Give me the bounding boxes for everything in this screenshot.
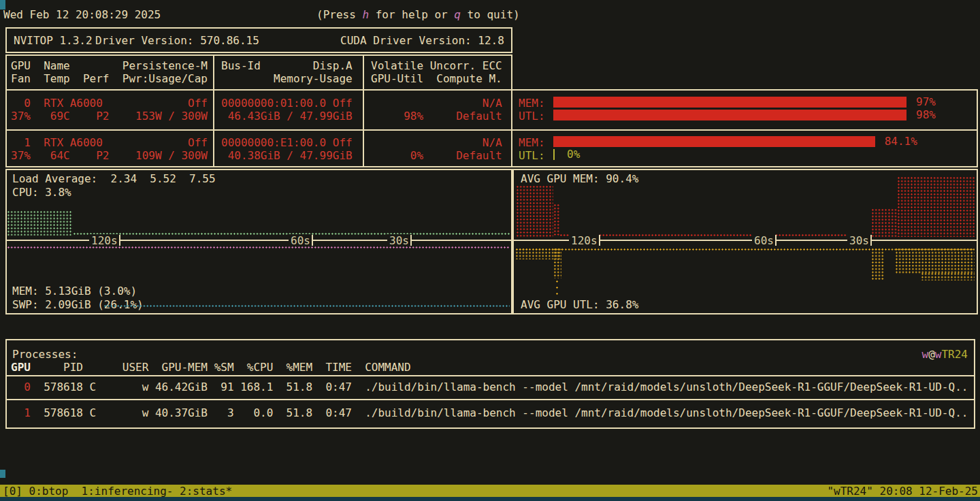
tmux-window-list[interactable]: [0] 0:btop 1:inferencing- 2:stats* [3, 485, 232, 498]
datetime: Wed Feb 12 20:08:29 2025 [3, 8, 161, 21]
processes-header-divider [5, 375, 975, 376]
gpu-axis-120s: 120s [569, 234, 600, 247]
help-key-q: q [454, 8, 461, 21]
gpu1-mem-bar: 84.1% [553, 136, 936, 147]
gpu1-fan-temp-pwr: 37% 64C P2 109W / 300W [11, 149, 208, 162]
gpu-axis-tick-30s [870, 235, 872, 246]
avg-gpu-utl: AVG GPU UTL: 36.8% [521, 298, 638, 311]
gpu0-mem-bar-fill [553, 97, 906, 108]
cuda-version: CUDA Driver Version: 12.8 [340, 34, 504, 47]
avg-gpu-mem: AVG GPU MEM: 90.4% [521, 172, 638, 185]
process-row-gpu0[interactable]: 0 578618 C w 46.42GiB 91 168.1 51.8 0:47… [11, 381, 968, 393]
gpu0-busid: 00000000:01:00.0 Off [221, 97, 353, 110]
gpu0-util-compute: 98% Default [371, 110, 502, 123]
gpu0-mem-bar: 97% [553, 97, 936, 108]
gpu1-ecc: N/A [371, 136, 502, 149]
th-busid-dispa: Bus-Id Disp.A [221, 59, 353, 72]
gpu-axis-30s: 30s [847, 234, 871, 247]
gpu0-utl-bar: 98% [553, 110, 936, 120]
driver-version: Driver Version: 570.86.15 [95, 34, 259, 47]
gpu0-mem-bar-pct: 97% [916, 97, 936, 108]
processes-header-gpu: GPU [11, 361, 31, 374]
bars-right-border [977, 89, 978, 167]
gpu0-fan-temp-pwr: 37% 69C P2 153W / 300W [11, 110, 208, 123]
th-gpuutil-compute: GPU-Util Compute M. [371, 72, 502, 85]
gpu1-utl-bar-pct: 0% [567, 149, 580, 160]
gpu1-util-compute: 0% Default [371, 149, 502, 162]
gpu1-busid: 00000000:E1:00.0 Off [221, 136, 353, 149]
processes-title: Processes: [12, 348, 78, 361]
process-row-text: 578618 C w 40.37GiB 3 0.0 51.8 0:47 ./bu… [31, 406, 968, 419]
th-name-persistence: GPU Name Persistence-M [11, 59, 208, 72]
gpu-table-col-divider-2 [363, 54, 364, 167]
processes-row-divider [5, 399, 975, 400]
bars-mid-border [512, 129, 978, 131]
gpu0-utl-bar-label: UTL: [519, 110, 545, 123]
gpu0-memory-usage: 46.43GiB / 47.99GiB [221, 110, 353, 123]
gpu1-mem-bar-pct: 84.1% [885, 136, 917, 147]
gpu1-utl-bar: 0% [553, 149, 936, 160]
process-row-gpu1[interactable]: 1 578618 C w 40.37GiB 3 0.0 51.8 0:47 ./… [11, 406, 968, 419]
host-axis-tick-60s [312, 235, 313, 246]
gpu0-utl-bar-pct: 98% [916, 110, 936, 120]
gpu-table-header-divider [5, 89, 512, 91]
gpu-utl-graph-spike-tail [555, 278, 559, 297]
gpu1-memory-usage: 40.38GiB / 47.99GiB [221, 149, 353, 162]
gpu0-mem-bar-label: MEM: [519, 97, 545, 110]
gpu-mem-graph-left-step [553, 204, 559, 237]
th-memory-usage: Memory-Usage [221, 72, 353, 85]
gpu0-ecc: N/A [371, 97, 502, 110]
gpu-utl-graph-spike [553, 248, 561, 278]
help-key-h: h [362, 8, 369, 21]
gpu-utl-graph-right-hang-a [871, 248, 885, 280]
scroll-indicator-bottom [0, 470, 5, 478]
gpu-mem-graph-right-block [897, 176, 975, 237]
gpu-utl-graph-right-hang-deep [921, 272, 975, 280]
host-axis-tick-120s [119, 235, 120, 246]
gpu-mem-graph-baseline [559, 233, 871, 237]
th-ecc: Volatile Uncorr. ECC [371, 59, 502, 72]
host-name: TR24 [941, 348, 968, 361]
host-axis-tick-30s [410, 235, 412, 246]
gpu-mem-graph-left-block [516, 185, 553, 237]
process-row-text: 578618 C w 46.42GiB 91 168.1 51.8 0:47 .… [31, 381, 968, 393]
cpu-graph-peak [7, 210, 73, 236]
help-suffix: to quit) [461, 8, 520, 21]
gpu0-name-persistence: 0 RTX A6000 Off [11, 97, 208, 110]
processes-header-rest: PID USER GPU-MEM %SM %CPU %MEM TIME COMM… [31, 361, 411, 374]
th-fan-temp-pwr: Fan Temp Perf Pwr:Usage/Cap [11, 72, 208, 85]
gpu1-mem-bar-label: MEM: [519, 136, 545, 149]
gpu-axis-tick-60s [775, 235, 777, 246]
gpu-table-row-divider [5, 129, 512, 131]
cpu-percent: CPU: 3.8% [12, 186, 71, 199]
help-prefix: (Press [316, 8, 362, 21]
gpu1-mem-bar-fill [553, 136, 875, 147]
help-hint: (Press h for help or q to quit) [316, 8, 520, 21]
user-name: w [922, 348, 929, 361]
at-sign: @ [928, 348, 935, 361]
gpu0-utl-bar-fill [553, 110, 906, 120]
gpu-table-col-divider-1 [213, 54, 214, 167]
gpu-utl-graph-right-hang-b [895, 248, 975, 274]
gpu-mem-graph-right-step [871, 208, 897, 237]
gpu1-utl-bar-zero-tick [553, 149, 555, 160]
gpu1-name-persistence: 1 RTX A6000 Off [11, 136, 208, 149]
tmux-right-status: "wTR24" 20:08 12-Feb-25 [827, 485, 978, 498]
tmux-status-bar: [0] 0:btop 1:inferencing- 2:stats* "wTR2… [0, 485, 980, 498]
gpu-axis-tick-120s [599, 235, 600, 246]
process-gpu-index: 1 [11, 406, 31, 419]
swp-graph-line [103, 304, 510, 308]
process-gpu-index: 0 [11, 381, 31, 393]
terminal-screen: Wed Feb 12 20:08:29 2025 (Press h for he… [0, 0, 980, 501]
bars-bottom-border [512, 166, 978, 167]
processes-header: GPU PID USER GPU-MEM %SM %CPU %MEM TIME … [11, 361, 411, 374]
bottom-strip [0, 497, 980, 501]
gpu-axis-60s: 60s [752, 234, 776, 247]
help-mid: for help or [369, 8, 454, 21]
mem-graph-line [7, 246, 510, 249]
host-time-axis [7, 240, 511, 241]
bars-top-border [512, 89, 978, 91]
mem-usage-text: MEM: 5.13GiB (3.0%) [12, 285, 137, 297]
load-average: Load Average: 2.34 5.52 7.55 [12, 172, 216, 185]
user-at-host: w@wTR24 [922, 348, 968, 361]
